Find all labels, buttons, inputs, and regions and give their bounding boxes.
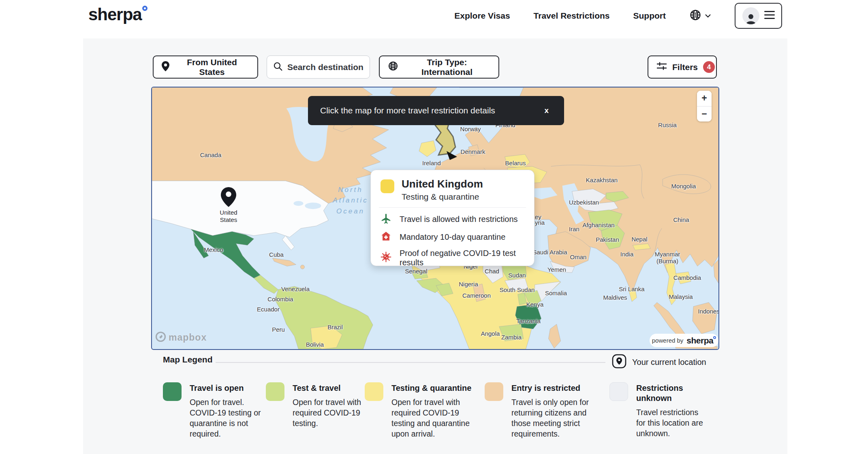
popup-detail-text: Travel is allowed with restrictions: [400, 215, 518, 224]
hamburger-menu-icon: [764, 11, 775, 21]
quarantine-home-icon: [381, 231, 391, 243]
popup-divider: [379, 207, 526, 208]
status-color-swatch: [381, 179, 394, 193]
popup-detail-row: Mandatory 10-day quarantine: [381, 231, 524, 243]
powered-by-label: powered by: [652, 337, 684, 344]
globe-icon: [388, 61, 398, 73]
legend-item-title: Entry is restricted: [511, 383, 594, 393]
legend-item-title: Restrictions unknown: [636, 383, 697, 403]
logo-text: sherpa: [88, 5, 142, 24]
origin-button-label: From United States: [175, 58, 249, 77]
map-zoom-controls: + −: [697, 91, 712, 121]
virus-icon: [381, 252, 391, 264]
sherpa-logo[interactable]: sherpa: [88, 5, 148, 24]
filters-count-badge: 4: [703, 61, 715, 73]
country-popup: United Kingdom Testing & quarantine Trav…: [370, 170, 534, 266]
origin-marker-pin-icon: [221, 187, 236, 209]
filters-button[interactable]: Filters 4: [648, 55, 717, 79]
trip-type-button-label: Trip Type: International: [404, 58, 490, 77]
legend-swatch: [609, 382, 628, 401]
location-pin-icon: [162, 61, 169, 73]
map-toast: Click the map for more travel restrictio…: [308, 96, 564, 125]
mapbox-wordmark: mapbox: [169, 332, 207, 343]
avatar: [742, 7, 759, 24]
filters-button-label: Filters: [672, 62, 698, 72]
legend-item-description: Open for travel with required COVID-19 t…: [293, 397, 363, 428]
legend-item-title: Test & travel: [293, 383, 363, 393]
account-menu-button[interactable]: [735, 3, 782, 29]
legend-swatch: [365, 382, 383, 401]
zoom-in-button[interactable]: +: [697, 91, 712, 106]
world-map[interactable]: CanadaMexicoCubaVenezuelaColombiaEcuador…: [151, 87, 719, 350]
popup-detail-text: Proof of negative COVID-19 test results: [400, 249, 524, 267]
search-icon: [274, 62, 282, 72]
powered-by-sherpa[interactable]: powered by sherpa: [650, 334, 718, 347]
chevron-down-icon: [705, 12, 711, 19]
logo-ring-icon: [713, 336, 716, 339]
popup-detail-row: Proof of negative COVID-19 test results: [381, 249, 524, 267]
zoom-out-button[interactable]: −: [697, 107, 712, 122]
destination-search[interactable]: [267, 55, 370, 79]
legend-item-description: Travel is only open for returning citize…: [511, 397, 594, 439]
filter-sliders-icon: [656, 61, 667, 73]
popup-detail-row: Travel is allowed with restrictions: [381, 213, 524, 226]
main-nav: Explore Visas Travel Restrictions Suppor…: [442, 2, 782, 29]
nav-explore-visas[interactable]: Explore Visas: [454, 11, 510, 21]
legend-item-title: Travel is open: [190, 383, 265, 393]
destination-search-input[interactable]: [287, 62, 364, 72]
nav-travel-restrictions[interactable]: Travel Restrictions: [534, 11, 610, 21]
language-selector[interactable]: [689, 9, 711, 23]
legend-item-title: Testing & quarantine: [391, 383, 475, 393]
country-popup-header: United Kingdom Testing & quarantine: [381, 178, 524, 202]
trip-type-button[interactable]: Trip Type: International: [379, 55, 499, 79]
current-location-label: Your current location: [632, 358, 706, 367]
legend-item-description: Travel restrictions for this location ar…: [636, 407, 707, 439]
legend-swatch: [485, 382, 503, 401]
mapbox-logo-icon: [155, 331, 166, 344]
legend-swatch: [163, 382, 182, 401]
toast-close-button[interactable]: x: [541, 104, 552, 117]
logo-ring-icon: [142, 6, 148, 11]
ocean-label: North Atlantic Ocean: [327, 185, 374, 217]
legend-divider: [216, 362, 605, 363]
origin-button[interactable]: From United States: [153, 55, 258, 79]
plane-icon: [381, 213, 391, 226]
sherpa-brand: sherpa: [686, 336, 716, 345]
legend-item-description: Open for travel with required COVID-19 t…: [391, 397, 475, 439]
map-toast-message: Click the map for more travel restrictio…: [320, 106, 495, 115]
popup-country-name: United Kingdom: [402, 178, 483, 190]
legend-swatch: [266, 382, 284, 401]
current-location-pin-icon: [612, 354, 626, 370]
popup-detail-text: Mandatory 10-day quarantine: [400, 232, 505, 242]
origin-marker-label: United States: [214, 209, 244, 224]
legend-title: Map Legend: [163, 355, 213, 364]
nav-support[interactable]: Support: [633, 11, 666, 21]
globe-icon: [689, 9, 701, 23]
popup-country-status: Testing & quarantine: [402, 192, 483, 202]
legend-item-description: Open for travel. COVID-19 testing or qua…: [190, 397, 265, 439]
current-location: Your current location: [612, 354, 706, 370]
page: sherpa Explore Visas Travel Restrictions…: [0, 0, 868, 454]
mapbox-attribution[interactable]: mapbox: [155, 331, 207, 344]
